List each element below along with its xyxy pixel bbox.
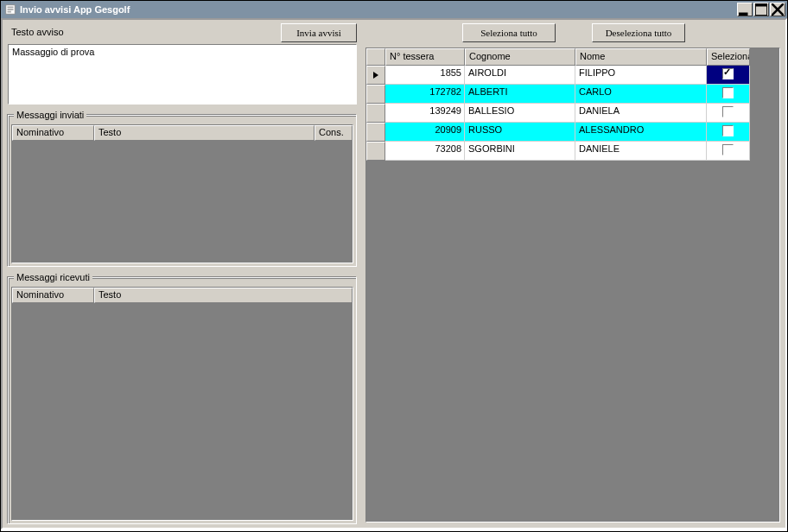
cell-cognome[interactable]: BALLESIO <box>465 104 575 123</box>
testo-avviso-label: Testo avviso <box>11 27 64 37</box>
maximize-button[interactable] <box>753 3 769 16</box>
cell-cognome[interactable]: SGORBINI <box>465 142 575 161</box>
cell-seleziona[interactable] <box>707 104 750 123</box>
sent-messages-group: Messaggi inviati Nominativo Testo Cons. <box>8 115 357 267</box>
received-messages-legend: Messaggi ricevuti <box>14 272 92 282</box>
col-cognome[interactable]: Cognome <box>465 48 575 66</box>
cell-tessera[interactable]: 73208 <box>385 142 465 161</box>
row-header[interactable] <box>366 66 385 85</box>
row-header[interactable] <box>366 123 385 142</box>
grid-corner <box>366 48 385 66</box>
svg-rect-4 <box>739 13 748 16</box>
cell-nome[interactable]: FILIPPO <box>575 66 707 85</box>
app-window: Invio avvisi App Gesgolf Testo avviso In… <box>0 0 788 532</box>
col-seleziona[interactable]: Seleziona <box>707 48 750 66</box>
col-nome[interactable]: Nome <box>575 48 707 66</box>
received-messages-group: Messaggi ricevuti Nominativo Testo <box>8 277 357 524</box>
table-row[interactable]: 1855AIROLDIFILIPPO <box>366 66 779 85</box>
received-messages-grid[interactable]: Nominativo Testo <box>11 287 353 521</box>
svg-rect-3 <box>8 11 11 13</box>
row-header[interactable] <box>366 142 385 161</box>
cell-cognome[interactable]: AIROLDI <box>465 66 575 85</box>
sent-col-testo[interactable]: Testo <box>94 125 315 141</box>
sent-messages-legend: Messaggi inviati <box>14 110 86 120</box>
col-tessera[interactable]: N° tessera <box>385 48 465 66</box>
cell-cognome[interactable]: ALBERTI <box>465 85 575 104</box>
window-title: Invio avvisi App Gesgolf <box>20 4 737 15</box>
cell-seleziona[interactable] <box>707 142 750 161</box>
cell-seleziona[interactable] <box>707 85 750 104</box>
cell-cognome[interactable]: RUSSO <box>465 123 575 142</box>
invia-avvisi-button[interactable]: Invia avvisi <box>281 23 357 42</box>
cell-nome[interactable]: DANIELA <box>575 104 707 123</box>
cell-tessera[interactable]: 172782 <box>385 85 465 104</box>
select-checkbox[interactable] <box>722 106 734 117</box>
row-header[interactable] <box>366 104 385 123</box>
deselect-all-button[interactable]: Deseleziona tutto <box>592 23 685 42</box>
cell-seleziona[interactable] <box>707 123 750 142</box>
close-button[interactable] <box>770 3 785 16</box>
left-panel: Testo avviso Invia avvisi Messaggi invia… <box>6 23 359 524</box>
select-checkbox[interactable] <box>722 144 734 155</box>
app-icon <box>4 3 16 16</box>
table-row[interactable]: 172782ALBERTICARLO <box>366 85 779 104</box>
recv-col-testo[interactable]: Testo <box>94 288 353 303</box>
cell-nome[interactable]: CARLO <box>575 85 707 104</box>
table-row[interactable]: 73208SGORBINIDANIELE <box>366 142 779 161</box>
cell-tessera[interactable]: 1855 <box>385 66 465 85</box>
cell-seleziona[interactable] <box>707 66 750 85</box>
recv-col-nominativo[interactable]: Nominativo <box>12 288 94 303</box>
message-text-input[interactable] <box>8 44 357 104</box>
recipients-grid[interactable]: N° tessera Cognome Nome Seleziona 1855AI… <box>365 48 780 522</box>
select-checkbox[interactable] <box>722 87 734 98</box>
row-header[interactable] <box>366 85 385 104</box>
svg-rect-2 <box>8 9 14 10</box>
minimize-button[interactable] <box>737 3 753 16</box>
table-row[interactable]: 139249BALLESIODANIELA <box>366 104 779 123</box>
cell-nome[interactable]: ALESSANDRO <box>575 123 707 142</box>
select-all-button[interactable]: Seleziona tutto <box>462 23 556 42</box>
svg-rect-1 <box>8 7 14 9</box>
sent-col-nominativo[interactable]: Nominativo <box>12 125 94 141</box>
select-checkbox[interactable] <box>722 125 734 136</box>
svg-rect-6 <box>755 3 767 7</box>
current-row-icon <box>373 72 378 79</box>
right-panel: Seleziona tutto Deseleziona tutto N° tes… <box>365 23 782 524</box>
cell-nome[interactable]: DANIELE <box>575 142 707 161</box>
select-checkbox[interactable] <box>722 68 734 79</box>
cell-tessera[interactable]: 20909 <box>385 123 465 142</box>
titlebar: Invio avvisi App Gesgolf <box>1 1 787 18</box>
cell-tessera[interactable]: 139249 <box>385 104 465 123</box>
sent-col-cons[interactable]: Cons. <box>315 125 353 141</box>
sent-messages-grid[interactable]: Nominativo Testo Cons. <box>11 124 353 263</box>
client-area: Testo avviso Invia avvisi Messaggi invia… <box>1 18 787 529</box>
table-row[interactable]: 20909RUSSOALESSANDRO <box>366 123 779 142</box>
